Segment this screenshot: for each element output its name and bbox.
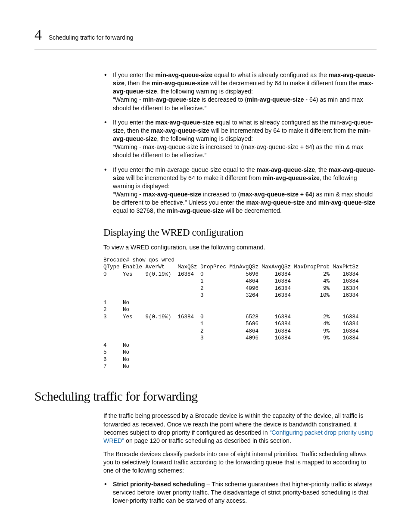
list-item: If you enter the min-avg-queue-size equa… [103, 71, 377, 112]
list-item: If you enter the max-avg-queue-size equa… [103, 118, 377, 160]
section-heading-wred-display: Displaying the WRED configuration [103, 226, 377, 239]
chapter-number: 4 [34, 25, 42, 45]
list-item: If you enter the min-average-queue-size … [103, 166, 377, 215]
chapter-heading-scheduling: Scheduling traffic for forwarding [34, 388, 377, 405]
warning-bullets: If you enter the min-avg-queue-size equa… [103, 71, 377, 215]
chapter-paragraph: If the traffic being processed by a Broc… [103, 412, 377, 445]
page-header: 4 Scheduling traffic for forwarding [34, 25, 377, 45]
console-output: Brocade# show qos wred QType Enable Aver… [103, 257, 377, 370]
running-title: Scheduling traffic for forwarding [49, 34, 134, 42]
bullet-term: Strict priority-based scheduling [113, 481, 205, 488]
list-item: Strict priority-based scheduling – This … [103, 480, 377, 505]
section-intro: To view a WRED configuration, use the fo… [103, 243, 377, 252]
chapter-paragraph: The Brocade devices classify packets int… [103, 450, 377, 475]
